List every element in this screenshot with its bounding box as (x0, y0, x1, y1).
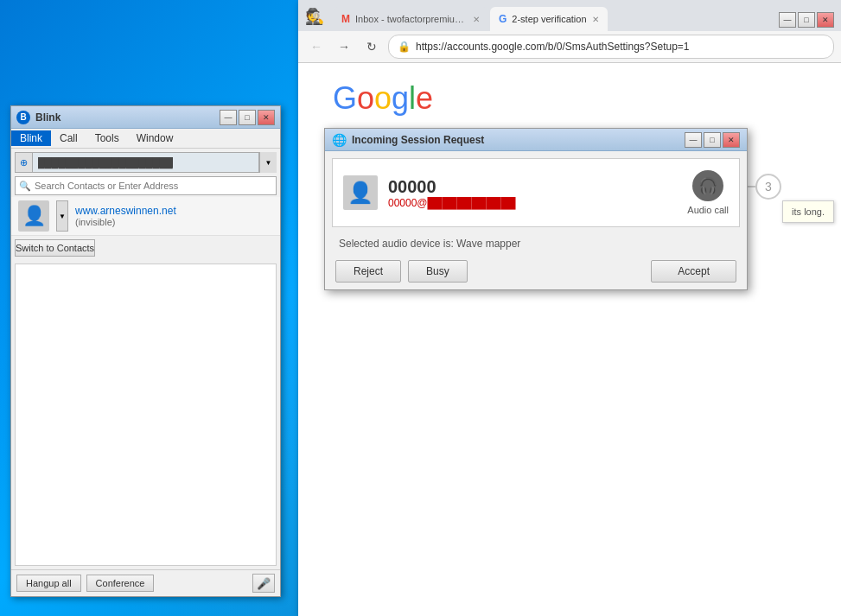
audio-call-area: 🎧 Audio call (687, 170, 729, 215)
maximize-button[interactable]: □ (239, 110, 256, 125)
blink-main-area (15, 264, 277, 566)
back-button[interactable]: ← (305, 35, 328, 58)
dialog-content: 👤 00000 00000@████████████ 🎧 Audio call (332, 158, 740, 227)
contact-dropdown-button[interactable]: ▼ (56, 200, 68, 232)
blink-icon: B (16, 111, 30, 124)
tab1-favicon: M (341, 13, 350, 25)
avatar-icon: 👤 (22, 205, 46, 227)
caller-info: 00000 00000@████████████ (388, 177, 687, 209)
menu-tools[interactable]: Tools (86, 130, 128, 146)
tab2-close-button[interactable]: ✕ (592, 15, 599, 24)
chrome-window-controls: — □ ✕ (779, 12, 834, 31)
account-status-icon: ⊕ (15, 152, 32, 173)
tab2-favicon: G (499, 13, 507, 25)
tab-2step[interactable]: G 2-step verification ✕ (490, 7, 608, 31)
tab-bar: M Inbox - twofactorpremium... ✕ G 2-step… (333, 7, 608, 31)
tab2-label: 2-step verification (512, 14, 586, 24)
dialog-titlebar: 🌐 Incoming Session Request — □ ✕ (325, 129, 747, 151)
hangup-all-button[interactable]: Hangup all (16, 575, 81, 592)
headset-icon: 🎧 (692, 170, 723, 201)
chrome-titlebar: 🕵️ M Inbox - twofactorpremium... ✕ G 2-s… (298, 0, 841, 31)
dialog-minimize-button[interactable]: — (685, 132, 702, 148)
chrome-maximize-button[interactable]: □ (798, 12, 815, 28)
search-icon: 🔍 (19, 181, 31, 192)
caller-name: 00000 (388, 177, 687, 197)
incoming-session-dialog: 🌐 Incoming Session Request — □ ✕ 👤 00000… (324, 128, 748, 290)
caller-address: 00000@████████████ (388, 197, 687, 209)
dialog-title: Incoming Session Request (352, 134, 685, 146)
address-text: https://accounts.google.com/b/0/SmsAuthS… (416, 41, 690, 53)
dialog-actions: Reject Busy Accept (325, 253, 747, 289)
tooltip-text: its long. (792, 206, 825, 217)
close-button[interactable]: ✕ (258, 110, 275, 125)
dialog-maximize-button[interactable]: □ (704, 132, 721, 148)
account-bar: ⊕ ████████████████████ ▼ (15, 152, 277, 173)
busy-button[interactable]: Busy (408, 260, 468, 283)
minimize-button[interactable]: — (220, 110, 237, 125)
reject-button[interactable]: Reject (335, 260, 401, 283)
search-input[interactable] (35, 181, 272, 191)
mic-button[interactable]: 🎤 (252, 574, 275, 593)
blink-footer: Hangup all Conference 🎤 (11, 569, 280, 596)
chrome-minimize-button[interactable]: — (779, 12, 796, 28)
blink-title: Blink (35, 111, 220, 124)
blink-menu: Blink Call Tools Window (11, 129, 280, 149)
search-bar[interactable]: 🔍 (15, 176, 277, 195)
titlebar-buttons: — □ ✕ (220, 110, 275, 125)
contact-name: www.arneswinnen.net (75, 205, 273, 217)
contact-item[interactable]: 👤 ▼ www.arneswinnen.net (invisible) (11, 197, 280, 236)
blink-titlebar: B Blink — □ ✕ (11, 106, 280, 129)
tab1-close-button[interactable]: ✕ (473, 15, 480, 24)
ssl-icon: 🔒 (398, 41, 411, 53)
tooltip-bubble: its long. (782, 200, 834, 223)
switch-contacts-button[interactable]: Switch to Contacts (15, 239, 95, 257)
avatar: 👤 (18, 200, 49, 232)
dialog-titlebar-buttons: — □ ✕ (685, 132, 740, 148)
dialog-close-button[interactable]: ✕ (723, 132, 740, 148)
menu-blink[interactable]: Blink (11, 130, 51, 146)
reload-button[interactable]: ↻ (360, 35, 383, 58)
account-dropdown-button[interactable]: ▼ (259, 152, 277, 173)
google-logo: Google (333, 80, 806, 117)
tab1-label: Inbox - twofactorpremium... (355, 14, 468, 24)
spy-icon: 🕵️ (305, 7, 322, 24)
blink-window: B Blink — □ ✕ Blink Call Tools Window ⊕ … (10, 105, 281, 597)
contact-status: (invisible) (75, 217, 273, 227)
caller-avatar-icon: 👤 (347, 181, 373, 205)
menu-call[interactable]: Call (51, 130, 86, 146)
step-3: 3 (755, 174, 781, 200)
account-text[interactable]: ████████████████████ (32, 152, 259, 173)
audio-label: Audio call (687, 205, 729, 215)
chrome-toolbar: ← → ↻ 🔒 https://accounts.google.com/b/0/… (298, 31, 841, 63)
dialog-icon: 🌐 (332, 133, 347, 147)
chrome-close-button[interactable]: ✕ (817, 12, 834, 28)
caller-avatar: 👤 (343, 175, 378, 210)
tab-inbox[interactable]: M Inbox - twofactorpremium... ✕ (333, 7, 488, 31)
menu-window[interactable]: Window (128, 130, 182, 146)
device-text: Selected audio device is: Wave mapper (325, 234, 747, 253)
contact-info: www.arneswinnen.net (invisible) (75, 205, 273, 227)
chrome-window: 🕵️ M Inbox - twofactorpremium... ✕ G 2-s… (298, 0, 841, 616)
forward-button[interactable]: → (333, 35, 355, 58)
conference-button[interactable]: Conference (86, 575, 155, 592)
accept-button[interactable]: Accept (651, 260, 736, 283)
address-bar[interactable]: 🔒 https://accounts.google.com/b/0/SmsAut… (388, 35, 834, 59)
